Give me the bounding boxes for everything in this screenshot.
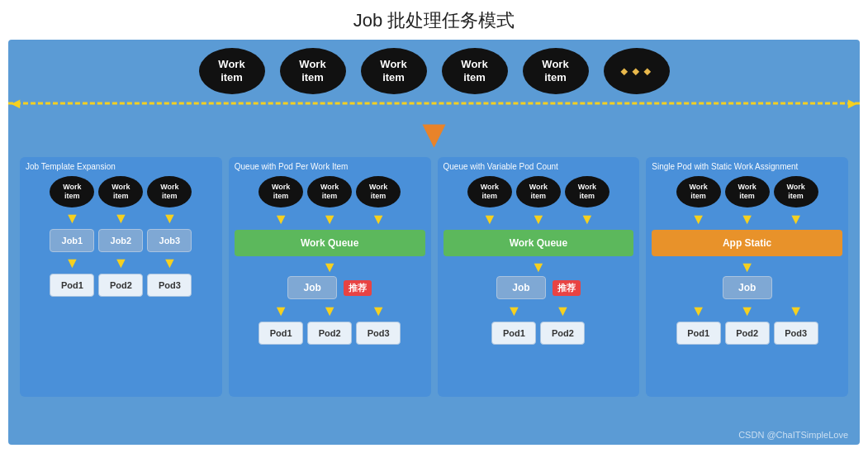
p1-arrow-j2: ▼ xyxy=(113,255,128,270)
page-title: Job 批处理任务模式 xyxy=(0,0,868,40)
p2-job-row: Job 推荐 xyxy=(287,276,372,299)
p3-badge: 推荐 xyxy=(553,280,581,296)
p4-app-static: App Static xyxy=(652,230,842,256)
panel-queue-var: Queue with Variable Pod Count Workitem W… xyxy=(438,157,640,397)
dashed-line xyxy=(8,103,860,105)
p4-pod-3: Pod3 xyxy=(774,322,818,345)
p4-pod-2: Pod2 xyxy=(725,322,770,345)
panel4-content: Workitem Workitem Workitem ▼ ▼ ▼ App Sta… xyxy=(652,176,842,346)
p4-arrow-3: ▼ xyxy=(774,211,818,228)
panel1-content: Workitem ▼ Job1 ▼ Pod1 Workitem ▼ Job2 ▼… xyxy=(26,176,216,297)
p4-pod-1: Pod1 xyxy=(676,322,721,345)
panels-row: Job Template Expansion Workitem ▼ Job1 ▼… xyxy=(20,157,848,397)
panel-title-2: Queue with Pod Per Work Item xyxy=(235,162,425,171)
p3-arrows-down: ▼ ▼ ▼ xyxy=(467,211,609,228)
arrow-left-icon: ◄ xyxy=(8,96,23,111)
top-items-row: Workitem Workitem Workitem Workitem Work… xyxy=(20,48,848,94)
p2-badge: 推荐 xyxy=(344,280,372,296)
dashed-line-row: ◄ ► xyxy=(20,96,848,111)
p3-arrow-1: ▼ xyxy=(467,211,512,228)
p3-up-arrow: ▼ xyxy=(531,260,546,274)
p3-oval-1: Workitem xyxy=(467,176,512,207)
p3-oval-2: Workitem xyxy=(516,176,561,207)
p1-oval-2: Workitem xyxy=(98,176,143,207)
top-work-item-4: Workitem xyxy=(442,48,508,94)
panel-template-expansion: Job Template Expansion Workitem ▼ Job1 ▼… xyxy=(20,157,222,397)
top-work-item-dots: ⬥⬥⬥ xyxy=(604,48,670,94)
p2-arrow-1: ▼ xyxy=(259,211,303,228)
p3-arrow-3: ▼ xyxy=(565,211,609,228)
p4-oval-2: Workitem xyxy=(725,176,770,207)
p4-ovals-row: Workitem Workitem Workitem xyxy=(676,176,818,207)
p2-pod-1: Pod1 xyxy=(259,322,303,345)
p2-arrow-2: ▼ xyxy=(307,211,352,228)
p2-pods-row: Pod1 Pod2 Pod3 xyxy=(259,322,401,345)
panel3-content: Workitem Workitem Workitem ▼ ▼ ▼ Work Qu… xyxy=(443,176,634,346)
top-work-item-5: Workitem xyxy=(523,48,589,94)
p2-pod-arrow-2: ▼ xyxy=(307,303,352,320)
p4-up-arrow: ▼ xyxy=(740,260,755,274)
p2-job-box: Job xyxy=(287,276,337,299)
p2-oval-2: Workitem xyxy=(307,176,352,207)
p3-oval-3: Workitem xyxy=(565,176,609,207)
p4-oval-3: Workitem xyxy=(774,176,818,207)
p4-oval-1: Workitem xyxy=(676,176,721,207)
top-work-item-3: Workitem xyxy=(361,48,427,94)
panel-queue-pod: Queue with Pod Per Work Item Workitem Wo… xyxy=(229,157,431,397)
p3-job-row: Job 推荐 xyxy=(496,276,581,299)
p1-col-3: Workitem ▼ Job3 ▼ Pod3 xyxy=(147,176,192,297)
p1-job-2: Job2 xyxy=(98,229,143,252)
p1-pod-3: Pod3 xyxy=(147,274,192,297)
p1-job-1: Job1 xyxy=(50,229,94,252)
p4-pods-row: Pod1 Pod2 Pod3 xyxy=(676,322,818,345)
p2-pod-arrows: ▼ ▼ ▼ xyxy=(259,303,401,320)
p1-pod-2: Pod2 xyxy=(98,274,143,297)
p2-pod-3: Pod3 xyxy=(356,322,401,345)
top-work-item-1: Workitem xyxy=(199,48,265,94)
p2-oval-3: Workitem xyxy=(356,176,401,207)
p1-col-2: Workitem ▼ Job2 ▼ Pod2 xyxy=(98,176,143,297)
panel2-content: Workitem Workitem Workitem ▼ ▼ ▼ Work Qu… xyxy=(235,176,425,346)
p4-pod-arrow-2: ▼ xyxy=(725,303,770,320)
p4-arrow-2: ▼ xyxy=(725,211,770,228)
p1-col-1: Workitem ▼ Job1 ▼ Pod1 xyxy=(50,176,94,297)
panel-single-pod: Single Pod with Static Work Assignment W… xyxy=(646,157,848,397)
p3-pod-arrows: ▼ ▼ xyxy=(491,303,585,320)
page-container: Job 批处理任务模式 Workitem Workitem Workitem W… xyxy=(0,0,868,445)
watermark: CSDN @ChaITSimpleLove xyxy=(738,430,848,440)
p3-pods-row: Pod1 Pod2 xyxy=(491,322,585,345)
p4-pod-arrows: ▼ ▼ ▼ xyxy=(676,303,818,320)
big-down-arrow: ▼ xyxy=(20,114,848,154)
p1-pod-1: Pod1 xyxy=(50,274,94,297)
main-area: Workitem Workitem Workitem Workitem Work… xyxy=(8,40,860,445)
top-work-item-2: Workitem xyxy=(280,48,346,94)
p2-oval-1: Workitem xyxy=(259,176,303,207)
p3-job-box: Job xyxy=(496,276,546,299)
p1-arrow-1: ▼ xyxy=(64,211,79,226)
p1-job-3: Job3 xyxy=(147,229,192,252)
p3-arrow-2: ▼ xyxy=(516,211,561,228)
p2-work-queue: Work Queue xyxy=(235,230,425,256)
panel-title-4: Single Pod with Static Work Assignment xyxy=(652,162,842,171)
p2-up-arrow: ▼ xyxy=(322,260,337,274)
p2-pod-arrow-3: ▼ xyxy=(356,303,401,320)
p2-pod-2: Pod2 xyxy=(307,322,352,345)
p1-arrow-3: ▼ xyxy=(162,211,177,226)
p4-pod-arrow-3: ▼ xyxy=(774,303,818,320)
p4-arrows-down: ▼ ▼ ▼ xyxy=(676,211,818,228)
p4-job-box: Job xyxy=(723,276,772,299)
p1-arrow-j3: ▼ xyxy=(162,255,177,270)
p3-ovals-row: Workitem Workitem Workitem xyxy=(467,176,609,207)
p1-arrow-2: ▼ xyxy=(113,211,128,226)
arrow-right-icon: ► xyxy=(845,96,860,111)
p2-ovals-row: Workitem Workitem Workitem xyxy=(259,176,401,207)
p1-arrow-j1: ▼ xyxy=(64,255,79,270)
p2-pod-arrow-1: ▼ xyxy=(259,303,303,320)
p3-pod-2: Pod2 xyxy=(540,322,585,345)
p4-pod-arrow-1: ▼ xyxy=(676,303,721,320)
p3-pod-arrow-2: ▼ xyxy=(540,303,585,320)
p3-work-queue: Work Queue xyxy=(443,230,634,256)
p3-pod-1: Pod1 xyxy=(491,322,536,345)
p2-arrows-down: ▼ ▼ ▼ xyxy=(259,211,401,228)
p4-arrow-1: ▼ xyxy=(676,211,721,228)
